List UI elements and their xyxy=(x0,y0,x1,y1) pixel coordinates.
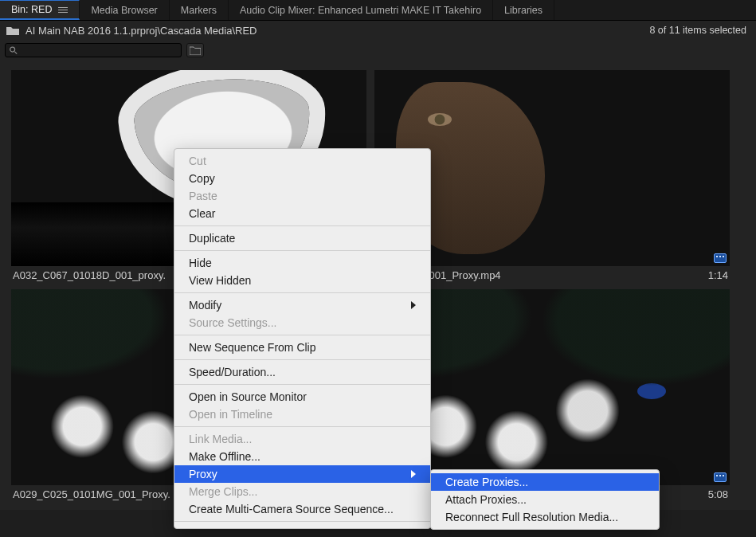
breadcrumb-path[interactable]: AI Main NAB 2016 1.1.prproj\Cascada Medi… xyxy=(25,25,257,37)
tab-media-browser[interactable]: Media Browser xyxy=(80,0,169,20)
context-menu: Cut Copy Paste Clear Duplicate Hide View… xyxy=(174,148,431,529)
panel-tabbar: Bin: RED Media Browser Markers Audio Cli… xyxy=(0,0,756,21)
search-text[interactable] xyxy=(21,45,178,56)
tab-markers[interactable]: Markers xyxy=(170,0,229,20)
menu-open-timeline: Open in Timeline xyxy=(174,406,430,423)
folder-icon xyxy=(190,46,201,55)
submenu-arrow-icon xyxy=(411,301,416,309)
menu-modify[interactable]: Modify xyxy=(174,296,430,314)
svg-point-0 xyxy=(10,47,15,52)
menu-separator xyxy=(174,359,430,360)
clip-name: A029_C025_0101MG_001_Proxy. xyxy=(13,488,170,500)
menu-duplicate[interactable]: Duplicate xyxy=(174,229,430,247)
menu-make-offline[interactable]: Make Offline... xyxy=(174,448,430,465)
tab-label: Audio Clip Mixer: Enhanced Lumetri MAKE … xyxy=(240,5,481,16)
menu-merge-clips: Merge Clips... xyxy=(174,483,430,500)
new-bin-button[interactable] xyxy=(186,43,204,57)
submenu-attach-proxies[interactable]: Attach Proxies... xyxy=(431,491,659,508)
breadcrumb-bar: AI Main NAB 2016 1.1.prproj\Cascada Medi… xyxy=(0,21,756,40)
search-input[interactable] xyxy=(5,43,182,57)
tab-audio-clip-mixer[interactable]: Audio Clip Mixer: Enhanced Lumetri MAKE … xyxy=(229,0,493,20)
menu-separator xyxy=(174,225,430,226)
menu-paste: Paste xyxy=(174,187,430,205)
menu-proxy[interactable]: Proxy xyxy=(174,465,430,483)
menu-clear[interactable]: Clear xyxy=(174,205,430,222)
clip-duration: 1:14 xyxy=(708,269,728,281)
selection-status: 8 of 11 items selected xyxy=(649,25,750,36)
tab-label: Markers xyxy=(181,5,217,16)
tab-bin-red[interactable]: Bin: RED xyxy=(0,0,80,20)
submenu-reconnect-full-res[interactable]: Reconnect Full Resolution Media... xyxy=(431,508,659,526)
tab-label: Bin: RED xyxy=(11,4,52,15)
menu-create-multicam[interactable]: Create Multi-Camera Source Sequence... xyxy=(174,500,430,518)
clip-duration: 5:08 xyxy=(708,488,728,500)
search-bar xyxy=(0,40,756,61)
menu-new-sequence-from-clip[interactable]: New Sequence From Clip xyxy=(174,339,430,356)
bin-icon xyxy=(6,25,19,35)
menu-open-source-monitor[interactable]: Open in Source Monitor xyxy=(174,388,430,406)
menu-link-media: Link Media... xyxy=(174,430,430,448)
submenu-arrow-icon xyxy=(411,470,416,478)
menu-cut: Cut xyxy=(174,152,430,170)
submenu-create-proxies[interactable]: Create Proxies... xyxy=(431,473,659,491)
menu-separator xyxy=(174,521,430,522)
tab-label: Libraries xyxy=(504,5,543,16)
proxy-badge-icon xyxy=(714,472,727,482)
tab-label: Media Browser xyxy=(91,5,157,16)
menu-copy[interactable]: Copy xyxy=(174,170,430,187)
menu-source-settings: Source Settings... xyxy=(174,314,430,331)
proxy-badge-icon xyxy=(714,253,727,263)
menu-separator xyxy=(174,384,430,385)
menu-separator xyxy=(174,426,430,427)
search-icon xyxy=(9,45,18,55)
menu-separator xyxy=(174,250,430,251)
menu-hide[interactable]: Hide xyxy=(174,254,430,272)
clip-name: A032_C067_01018D_001_proxy. xyxy=(13,269,166,281)
menu-separator xyxy=(174,292,430,293)
tab-libraries[interactable]: Libraries xyxy=(493,0,554,20)
panel-menu-icon[interactable] xyxy=(58,6,68,14)
svg-line-1 xyxy=(14,52,17,54)
menu-separator xyxy=(174,335,430,335)
menu-speed-duration[interactable]: Speed/Duration... xyxy=(174,363,430,381)
menu-view-hidden[interactable]: View Hidden xyxy=(174,272,430,289)
proxy-submenu: Create Proxies... Attach Proxies... Reco… xyxy=(430,469,660,530)
